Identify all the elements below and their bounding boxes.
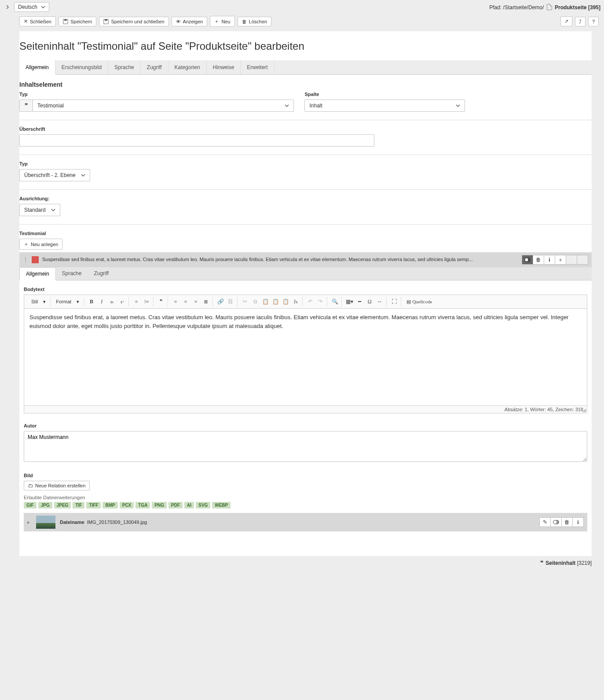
tab-categories[interactable]: Kategorien [168, 60, 207, 74]
ext-badge: PDF [168, 502, 183, 508]
rte-align-left[interactable]: ≡ [171, 297, 180, 306]
save-button[interactable]: Speichern [59, 17, 97, 26]
new-relation-button[interactable]: 🗀 Neue Relation erstellen [24, 481, 90, 490]
tab-language[interactable]: Sprache [108, 60, 141, 74]
rte-paste-text[interactable]: 📋 [271, 297, 280, 306]
open-new-window-button[interactable]: ↗ [560, 16, 572, 26]
header-position-select[interactable]: Standard [19, 204, 60, 216]
record-type-icon [32, 256, 39, 263]
bodytext-label: Bodytext [24, 287, 587, 292]
chevron-down-icon [51, 208, 55, 212]
rte-bold[interactable]: B [87, 297, 96, 306]
header-layout-select[interactable]: Überschrift - 2. Ebene [19, 169, 90, 181]
close-button[interactable]: ✕ Schließen [19, 16, 56, 26]
rte-align-right[interactable]: ≡ [191, 297, 201, 306]
new-button[interactable]: ＋ Neu [210, 16, 234, 27]
tab-appearance[interactable]: Erscheinungsbild [55, 60, 108, 74]
add-testimonial-button[interactable]: ＋ Neu anlegen [19, 239, 62, 250]
subtab-language[interactable]: Sprache [56, 267, 88, 280]
image-label: Bild [24, 473, 587, 478]
rte-numbered-list[interactable]: ≡ [132, 297, 141, 306]
rte-blockquote[interactable]: ❞ [156, 297, 166, 306]
allowed-ext-badges: GIF JPG JPEG TIF TIFF BMP PCX TGA PNG PD… [24, 502, 587, 508]
tab-extended[interactable]: Erweitert [241, 60, 274, 74]
help-button[interactable]: ? [588, 17, 599, 26]
tab-general[interactable]: Allgemein [19, 60, 55, 75]
colpos-select[interactable]: Inhalt [304, 99, 465, 112]
irre-delete-button[interactable]: 🗑 [533, 255, 544, 265]
rte-toolbar: Stil▾ Format▾ B I x₂ x² ≡ ⁝≡ [24, 295, 587, 309]
file-delete-button[interactable]: 🗑 [561, 517, 573, 527]
rte-maximize[interactable]: ⛶ [389, 297, 399, 306]
svg-point-7 [554, 521, 557, 524]
rte-find[interactable]: 🔍 [330, 297, 340, 306]
rte-superscript[interactable]: x² [117, 297, 127, 306]
testimonial-section-label: Testimonial [19, 231, 592, 236]
author-textarea[interactable] [24, 431, 587, 462]
irre-info-button[interactable]: i [544, 255, 555, 265]
rte-table[interactable]: ▦▾ [344, 297, 354, 306]
rte-specialchar[interactable]: Ω [365, 297, 374, 306]
language-value: Deutsch [18, 4, 37, 10]
ext-badge: SVG [196, 502, 210, 508]
rte-source[interactable]: ▤Quellcode [404, 297, 435, 306]
info-icon: i [577, 519, 578, 526]
subtab-access[interactable]: Zugriff [88, 267, 115, 280]
language-select[interactable]: Deutsch [14, 2, 49, 12]
record-footer: ❞ Seiteninhalt [3219] [0, 556, 604, 570]
irre-record-header[interactable]: ⋮ Suspendisse sed finibus erat, a laoree… [19, 252, 592, 267]
plus-icon: ＋ [24, 241, 29, 247]
drag-handle-icon[interactable]: ⋮ [23, 257, 28, 263]
rte-link[interactable]: 🔗 [216, 297, 225, 306]
tab-access[interactable]: Zugriff [141, 60, 168, 74]
delete-button[interactable]: 🗑 Löschen [238, 17, 272, 26]
header-input[interactable] [19, 134, 374, 147]
rte-italic[interactable]: I [97, 297, 106, 306]
module-collapse-button[interactable] [4, 3, 11, 11]
irre-subtabs: Allgemein Sprache Zugriff [19, 267, 592, 280]
quote-icon: ❞ [20, 100, 33, 111]
subtab-general[interactable]: Allgemein [19, 267, 56, 280]
irre-new-button[interactable]: ＋ [555, 255, 566, 265]
rte-align-center[interactable]: ≡ [181, 297, 190, 306]
rte-cut[interactable]: ✂ [240, 297, 250, 306]
file-info-button[interactable]: i [572, 517, 584, 527]
help-icon: ? [592, 19, 595, 24]
rte-unlink[interactable]: ⛓ [226, 297, 235, 306]
file-visibility-toggle[interactable] [550, 517, 562, 527]
rte-bullet-list[interactable]: ⁝≡ [142, 297, 151, 306]
header-type-label: Typ [19, 161, 592, 166]
irre-summary: Suspendisse sed finibus erat, a laoreet … [42, 256, 519, 263]
file-reference-row[interactable]: ▸ Dateiname IMG_20170309_130049.jpg ✎ 🗑 … [24, 513, 587, 531]
rte-paste[interactable]: 📋 [260, 297, 270, 306]
close-icon: ✕ [24, 18, 28, 24]
rte-remove-format[interactable]: Ix [291, 297, 300, 306]
view-button[interactable]: 👁 Anzeigen [172, 17, 208, 26]
rte-style-select[interactable]: Stil▾ [29, 298, 48, 306]
rte-hr[interactable]: ━ [355, 297, 364, 306]
tab-notes[interactable]: Hinweise [207, 60, 241, 74]
rte-redo[interactable]: ↷ [315, 297, 325, 306]
rte-undo[interactable]: ↶ [305, 297, 315, 306]
rte-softhyphen[interactable]: ↔ [375, 297, 384, 306]
save-close-button[interactable]: Speichern und schließen [99, 17, 168, 26]
rte-format-select[interactable]: Format▾ [53, 298, 82, 306]
rte-paste-word[interactable]: 📋 [281, 297, 290, 306]
ctype-select[interactable]: ❞ Testimonial [19, 99, 294, 112]
irre-moveup-button[interactable] [566, 255, 577, 265]
irre-movedown-button[interactable] [577, 255, 588, 265]
rte-align-justify[interactable]: ≣ [201, 297, 211, 306]
visibility-toggle[interactable] [522, 255, 533, 265]
rte-subscript[interactable]: x₂ [107, 297, 117, 306]
drag-handle-icon[interactable]: ▸ [27, 519, 32, 525]
info-icon: i [549, 257, 550, 263]
rte-content[interactable]: Suspendisse sed finibus erat, a laoreet … [24, 309, 587, 405]
ext-badge: TIF [73, 502, 84, 508]
file-edit-button[interactable]: ✎ [539, 517, 551, 527]
rte-copy[interactable]: ⧉ [250, 297, 260, 306]
external-link-icon: ↗ [564, 18, 568, 24]
chevron-down-icon [41, 5, 45, 9]
share-button[interactable]: ⤴ [575, 17, 586, 26]
header-label: Überschrift [19, 126, 592, 132]
trash-icon: 🗑 [242, 19, 247, 24]
